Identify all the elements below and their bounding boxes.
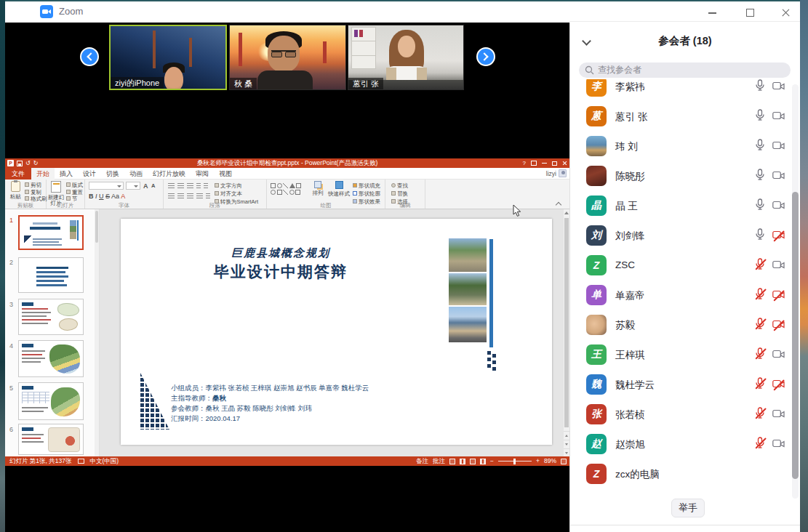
spellcheck-icon[interactable] — [78, 459, 84, 464]
slide-thumbnail-4[interactable] — [18, 340, 84, 377]
paste-button[interactable]: 粘贴 — [7, 181, 24, 200]
italic-button[interactable]: I — [95, 193, 97, 200]
zoom-out-icon[interactable]: − — [490, 456, 494, 466]
replace-button[interactable]: 替换 — [391, 190, 408, 198]
slide-scrollbar[interactable] — [564, 209, 569, 456]
zoom-level[interactable]: 89% — [544, 456, 556, 466]
tab-slideshow[interactable]: 幻灯片放映 — [148, 168, 191, 180]
shape-outline-button[interactable]: 形状轮廓 — [353, 190, 380, 198]
video-tile-1[interactable]: ziyi的iPhone — [109, 25, 227, 90]
ribbon-display-icon[interactable] — [531, 161, 537, 166]
participant-row[interactable]: 晶 晶 王 — [570, 191, 791, 221]
slide-thumbnail-3[interactable] — [18, 299, 84, 335]
participant-row[interactable]: 魏 魏杜学云 — [570, 370, 791, 400]
tab-review[interactable]: 审阅 — [191, 168, 214, 180]
tab-file[interactable]: 文件 — [5, 168, 31, 180]
participant-row[interactable]: Z ZSC — [570, 251, 791, 281]
participant-row[interactable]: 李 李紫祎 — [570, 79, 791, 102]
help-icon[interactable]: ? — [523, 160, 526, 166]
quick-styles-button[interactable]: 快速样式 — [328, 181, 350, 197]
account-area[interactable]: lizyi — [546, 168, 567, 180]
undo-icon[interactable]: ↺ — [25, 160, 31, 167]
participants-scrollbar-thumb[interactable] — [792, 192, 799, 479]
search-box[interactable] — [579, 63, 791, 78]
ppt-close-icon[interactable] — [562, 161, 567, 166]
close-button[interactable] — [780, 7, 792, 17]
ppt-restore-icon[interactable] — [552, 161, 557, 166]
font-size-dropdown[interactable] — [126, 182, 140, 190]
filmstrip-next-button[interactable] — [476, 47, 495, 66]
next-slide-button[interactable] — [564, 448, 569, 456]
participant-row[interactable]: 单 单嘉帝 — [570, 281, 791, 310]
redo-icon[interactable]: ↻ — [33, 160, 39, 167]
next-slide-button[interactable] — [564, 440, 569, 448]
ppt-minimize-icon[interactable] — [542, 163, 547, 164]
slide-editing-area[interactable]: 巨鹿县城概念规划 毕业设计中期答辩 — [100, 209, 564, 456]
slide-thumbnail-2[interactable] — [18, 257, 84, 293]
find-button[interactable]: 查找 — [391, 182, 408, 190]
language-indicator[interactable]: 中文(中国) — [90, 456, 119, 466]
font-name-dropdown[interactable] — [89, 182, 124, 190]
align-buttons[interactable] — [168, 193, 213, 201]
participant-row[interactable]: 苏毅 — [570, 310, 791, 340]
notes-button[interactable]: 备注 — [416, 456, 428, 466]
zoom-slider-thumb[interactable] — [513, 459, 516, 464]
underline-button[interactable]: U — [99, 193, 104, 200]
search-input[interactable] — [598, 63, 780, 76]
normal-view-icon[interactable] — [449, 459, 455, 464]
shape-fill-button[interactable]: 形状填充 — [353, 182, 380, 190]
zoom-slider[interactable] — [498, 461, 532, 462]
maximize-button[interactable] — [745, 7, 756, 17]
collapse-ribbon-icon[interactable] — [556, 202, 561, 208]
cut-button[interactable]: 剪切 — [25, 182, 47, 189]
participant-row[interactable]: 刘 刘剑锋 — [570, 221, 791, 251]
minimize-button[interactable] — [707, 7, 719, 17]
font-color-button[interactable]: A — [121, 193, 125, 200]
previous-slide-button[interactable] — [564, 431, 569, 439]
filmstrip-prev-button[interactable] — [80, 47, 99, 66]
grow-font-icon[interactable]: A — [143, 182, 148, 190]
participant-row[interactable]: 陈晓彤 — [570, 161, 791, 191]
comments-button[interactable]: 批注 — [433, 456, 445, 466]
list-buttons[interactable] — [168, 183, 211, 190]
text-direction-button[interactable]: 文字方向 — [215, 182, 258, 190]
video-tile-3[interactable]: 蒽引 张 — [348, 25, 464, 90]
tab-home[interactable]: 开始 — [31, 168, 55, 180]
tab-animations[interactable]: 动画 — [124, 168, 148, 180]
slide-canvas[interactable]: 巨鹿县城概念规划 毕业设计中期答辩 — [121, 219, 552, 445]
participant-row[interactable]: 赵 赵崇旭 — [570, 430, 791, 459]
thumbnail-scrollbar[interactable] — [95, 209, 99, 456]
save-icon[interactable] — [17, 161, 23, 166]
tab-insert[interactable]: 插入 — [55, 168, 78, 180]
reset-button[interactable]: 重置 — [66, 189, 83, 196]
tab-transitions[interactable]: 切换 — [101, 168, 124, 180]
strikethrough-button[interactable]: S — [105, 193, 110, 200]
participant-row[interactable]: Z zcx的电脑 — [570, 459, 791, 489]
participant-row[interactable]: 蒽 蒽引 张 — [570, 102, 791, 132]
tab-design[interactable]: 设计 — [78, 168, 101, 180]
slide-thumbnail-5[interactable] — [18, 382, 84, 420]
scrollbar-thumb[interactable] — [564, 218, 569, 427]
arrange-button[interactable]: 排列 — [309, 181, 327, 196]
align-text-button[interactable]: 对齐文本 — [215, 190, 258, 198]
raise-hand-button[interactable]: 举手 — [671, 499, 705, 517]
participant-row[interactable]: 玮 刘 — [570, 132, 791, 161]
case-button[interactable]: Aa — [111, 193, 119, 200]
slide-thumbnail-6[interactable] — [18, 424, 84, 455]
tab-view[interactable]: 视图 — [214, 168, 237, 180]
participant-row[interactable]: 张 张若桢 — [570, 400, 791, 430]
shapes-gallery[interactable] — [271, 182, 308, 196]
layout-button[interactable]: 版式 — [66, 182, 83, 189]
slideshow-icon[interactable] — [480, 459, 486, 464]
reading-view-icon[interactable] — [470, 459, 476, 464]
video-tile-2[interactable]: 秋 桑 — [229, 25, 346, 90]
shrink-font-icon[interactable]: A — [151, 182, 155, 189]
thumb-art — [33, 241, 59, 243]
participant-row[interactable]: 王 王梓琪 — [570, 340, 791, 370]
zoom-in-icon[interactable]: + — [536, 456, 540, 466]
bold-button[interactable]: B — [89, 193, 94, 200]
slide-thumbnail-1[interactable] — [18, 215, 84, 250]
copy-button[interactable]: 复制 — [25, 189, 47, 196]
slide-sorter-icon[interactable] — [460, 459, 465, 464]
fit-to-window-icon[interactable] — [561, 459, 567, 464]
